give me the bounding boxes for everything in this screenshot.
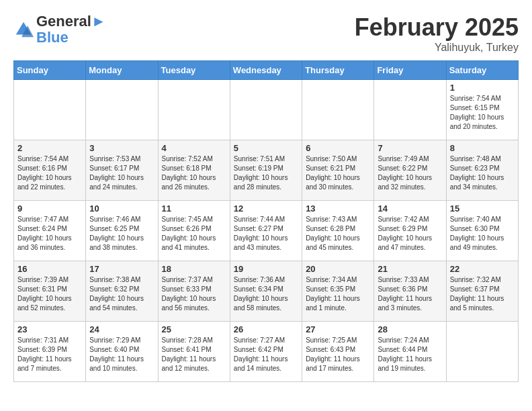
weekday-header-thursday: Thursday bbox=[302, 61, 374, 80]
day-info: Sunrise: 7:42 AM Sunset: 6:29 PM Dayligh… bbox=[378, 215, 442, 253]
day-info: Sunrise: 7:28 AM Sunset: 6:41 PM Dayligh… bbox=[162, 336, 226, 373]
day-number: 27 bbox=[306, 324, 370, 334]
day-number: 21 bbox=[378, 264, 442, 274]
day-cell: 5Sunrise: 7:51 AM Sunset: 6:19 PM Daylig… bbox=[230, 140, 302, 201]
day-cell: 14Sunrise: 7:42 AM Sunset: 6:29 PM Dayli… bbox=[374, 201, 446, 261]
day-cell: 21Sunrise: 7:33 AM Sunset: 6:36 PM Dayli… bbox=[374, 261, 446, 322]
day-cell: 6Sunrise: 7:50 AM Sunset: 6:21 PM Daylig… bbox=[302, 140, 374, 201]
day-cell: 26Sunrise: 7:27 AM Sunset: 6:42 PM Dayli… bbox=[230, 322, 302, 382]
day-info: Sunrise: 7:36 AM Sunset: 6:34 PM Dayligh… bbox=[234, 275, 298, 313]
day-info: Sunrise: 7:54 AM Sunset: 6:16 PM Dayligh… bbox=[17, 154, 82, 192]
day-cell: 4Sunrise: 7:52 AM Sunset: 6:18 PM Daylig… bbox=[158, 140, 230, 201]
day-number: 8 bbox=[450, 143, 515, 153]
day-cell: 17Sunrise: 7:38 AM Sunset: 6:32 PM Dayli… bbox=[86, 261, 158, 322]
day-number: 9 bbox=[17, 203, 82, 214]
day-number: 28 bbox=[378, 324, 442, 334]
day-number: 20 bbox=[306, 264, 370, 274]
day-cell: 12Sunrise: 7:44 AM Sunset: 6:27 PM Dayli… bbox=[230, 201, 302, 261]
day-info: Sunrise: 7:48 AM Sunset: 6:23 PM Dayligh… bbox=[450, 154, 515, 192]
logo-text: General►Blue bbox=[36, 13, 106, 46]
day-number: 14 bbox=[378, 203, 442, 214]
weekday-header-sunday: Sunday bbox=[14, 61, 86, 80]
day-number: 18 bbox=[162, 264, 226, 274]
week-row-2: 2Sunrise: 7:54 AM Sunset: 6:16 PM Daylig… bbox=[14, 140, 519, 201]
week-row-4: 16Sunrise: 7:39 AM Sunset: 6:31 PM Dayli… bbox=[14, 261, 519, 322]
day-cell: 27Sunrise: 7:25 AM Sunset: 6:43 PM Dayli… bbox=[302, 322, 374, 382]
day-info: Sunrise: 7:33 AM Sunset: 6:36 PM Dayligh… bbox=[378, 275, 442, 313]
day-info: Sunrise: 7:43 AM Sunset: 6:28 PM Dayligh… bbox=[306, 215, 370, 253]
day-info: Sunrise: 7:39 AM Sunset: 6:31 PM Dayligh… bbox=[17, 275, 82, 313]
calendar-table: SundayMondayTuesdayWednesdayThursdayFrid… bbox=[13, 60, 519, 382]
title-block: February 2025 Yalihuyuk, Turkey bbox=[355, 13, 519, 54]
day-info: Sunrise: 7:50 AM Sunset: 6:21 PM Dayligh… bbox=[306, 154, 370, 192]
day-cell: 3Sunrise: 7:53 AM Sunset: 6:17 PM Daylig… bbox=[86, 140, 158, 201]
day-info: Sunrise: 7:34 AM Sunset: 6:35 PM Dayligh… bbox=[306, 275, 370, 313]
day-cell: 22Sunrise: 7:32 AM Sunset: 6:37 PM Dayli… bbox=[446, 261, 518, 322]
day-number: 11 bbox=[162, 203, 226, 214]
day-info: Sunrise: 7:54 AM Sunset: 6:15 PM Dayligh… bbox=[450, 94, 515, 132]
weekday-header-wednesday: Wednesday bbox=[230, 61, 302, 80]
day-info: Sunrise: 7:53 AM Sunset: 6:17 PM Dayligh… bbox=[89, 154, 154, 192]
day-info: Sunrise: 7:49 AM Sunset: 6:22 PM Dayligh… bbox=[378, 154, 442, 192]
day-cell: 8Sunrise: 7:48 AM Sunset: 6:23 PM Daylig… bbox=[446, 140, 518, 201]
day-cell: 2Sunrise: 7:54 AM Sunset: 6:16 PM Daylig… bbox=[14, 140, 86, 201]
day-info: Sunrise: 7:31 AM Sunset: 6:39 PM Dayligh… bbox=[17, 336, 82, 373]
day-cell: 18Sunrise: 7:37 AM Sunset: 6:33 PM Dayli… bbox=[158, 261, 230, 322]
day-number: 2 bbox=[17, 143, 82, 153]
day-cell: 16Sunrise: 7:39 AM Sunset: 6:31 PM Dayli… bbox=[14, 261, 86, 322]
day-info: Sunrise: 7:52 AM Sunset: 6:18 PM Dayligh… bbox=[162, 154, 226, 192]
day-number: 3 bbox=[89, 143, 154, 153]
day-cell bbox=[14, 80, 86, 140]
day-cell: 10Sunrise: 7:46 AM Sunset: 6:25 PM Dayli… bbox=[86, 201, 158, 261]
day-info: Sunrise: 7:45 AM Sunset: 6:26 PM Dayligh… bbox=[162, 215, 226, 253]
day-cell: 9Sunrise: 7:47 AM Sunset: 6:24 PM Daylig… bbox=[14, 201, 86, 261]
day-number: 4 bbox=[162, 143, 226, 153]
month-title: February 2025 bbox=[355, 13, 519, 42]
day-number: 16 bbox=[17, 264, 82, 274]
day-cell bbox=[446, 322, 518, 382]
day-number: 22 bbox=[450, 264, 515, 274]
day-cell bbox=[230, 80, 302, 140]
day-number: 23 bbox=[17, 324, 82, 334]
day-info: Sunrise: 7:25 AM Sunset: 6:43 PM Dayligh… bbox=[306, 336, 370, 373]
day-cell bbox=[302, 80, 374, 140]
day-number: 12 bbox=[234, 203, 298, 214]
day-cell: 19Sunrise: 7:36 AM Sunset: 6:34 PM Dayli… bbox=[230, 261, 302, 322]
day-cell: 15Sunrise: 7:40 AM Sunset: 6:30 PM Dayli… bbox=[446, 201, 518, 261]
logo: General►Blue bbox=[13, 13, 106, 46]
day-number: 5 bbox=[234, 143, 298, 153]
day-number: 10 bbox=[89, 203, 154, 214]
logo-icon bbox=[13, 19, 34, 40]
weekday-header-saturday: Saturday bbox=[446, 61, 518, 80]
day-number: 26 bbox=[234, 324, 298, 334]
week-row-1: 1Sunrise: 7:54 AM Sunset: 6:15 PM Daylig… bbox=[14, 80, 519, 140]
weekday-header-row: SundayMondayTuesdayWednesdayThursdayFrid… bbox=[14, 61, 519, 80]
day-number: 15 bbox=[450, 203, 515, 214]
day-info: Sunrise: 7:46 AM Sunset: 6:25 PM Dayligh… bbox=[89, 215, 154, 253]
day-info: Sunrise: 7:29 AM Sunset: 6:40 PM Dayligh… bbox=[89, 336, 154, 373]
day-cell: 11Sunrise: 7:45 AM Sunset: 6:26 PM Dayli… bbox=[158, 201, 230, 261]
day-cell bbox=[158, 80, 230, 140]
day-number: 25 bbox=[162, 324, 226, 334]
day-cell: 13Sunrise: 7:43 AM Sunset: 6:28 PM Dayli… bbox=[302, 201, 374, 261]
day-info: Sunrise: 7:47 AM Sunset: 6:24 PM Dayligh… bbox=[17, 215, 82, 253]
week-row-5: 23Sunrise: 7:31 AM Sunset: 6:39 PM Dayli… bbox=[14, 322, 519, 382]
day-cell: 25Sunrise: 7:28 AM Sunset: 6:41 PM Dayli… bbox=[158, 322, 230, 382]
day-info: Sunrise: 7:24 AM Sunset: 6:44 PM Dayligh… bbox=[378, 336, 442, 373]
day-cell bbox=[374, 80, 446, 140]
week-row-3: 9Sunrise: 7:47 AM Sunset: 6:24 PM Daylig… bbox=[14, 201, 519, 261]
day-info: Sunrise: 7:44 AM Sunset: 6:27 PM Dayligh… bbox=[234, 215, 298, 253]
day-cell: 7Sunrise: 7:49 AM Sunset: 6:22 PM Daylig… bbox=[374, 140, 446, 201]
day-cell: 1Sunrise: 7:54 AM Sunset: 6:15 PM Daylig… bbox=[446, 80, 518, 140]
weekday-header-monday: Monday bbox=[86, 61, 158, 80]
day-cell: 20Sunrise: 7:34 AM Sunset: 6:35 PM Dayli… bbox=[302, 261, 374, 322]
page-header: General►Blue February 2025 Yalihuyuk, Tu… bbox=[13, 13, 519, 54]
day-number: 6 bbox=[306, 143, 370, 153]
weekday-header-tuesday: Tuesday bbox=[158, 61, 230, 80]
weekday-header-friday: Friday bbox=[374, 61, 446, 80]
day-info: Sunrise: 7:38 AM Sunset: 6:32 PM Dayligh… bbox=[89, 275, 154, 313]
day-info: Sunrise: 7:27 AM Sunset: 6:42 PM Dayligh… bbox=[234, 336, 298, 373]
day-info: Sunrise: 7:40 AM Sunset: 6:30 PM Dayligh… bbox=[450, 215, 515, 253]
day-number: 1 bbox=[450, 83, 515, 93]
day-cell: 23Sunrise: 7:31 AM Sunset: 6:39 PM Dayli… bbox=[14, 322, 86, 382]
